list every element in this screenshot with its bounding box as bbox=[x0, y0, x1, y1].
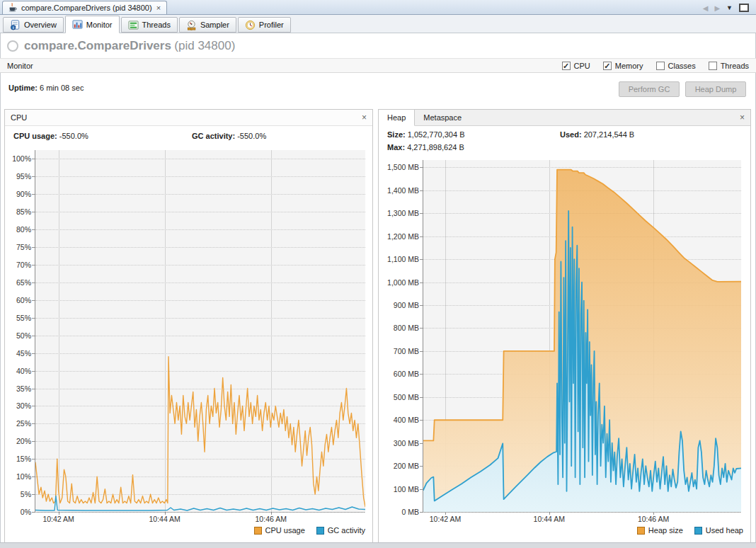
view-toolbar: iOverviewMonitorThreadsSamplerProfiler bbox=[0, 15, 756, 33]
tab-monitor[interactable]: Monitor bbox=[65, 16, 120, 33]
legend-chip bbox=[316, 527, 324, 535]
heap-panel-header: HeapMetaspace × bbox=[379, 110, 750, 126]
checkbox-cpu[interactable]: ✓CPU bbox=[562, 62, 590, 70]
y-axis-label: 400 MB bbox=[381, 416, 419, 424]
y-tick bbox=[32, 194, 35, 195]
y-tick bbox=[420, 282, 423, 283]
heap-max-stat: Max: 4,271,898,624 B bbox=[387, 143, 464, 152]
cpu-panel-title: CPU bbox=[11, 113, 27, 122]
charts-area: CPU × CPU usage: -550.0% GC activity: -5… bbox=[0, 109, 756, 548]
threads-icon bbox=[128, 20, 139, 30]
monitor-section-bar: Monitor ✓CPU✓MemoryClassesThreads bbox=[0, 58, 756, 73]
y-tick bbox=[420, 397, 423, 398]
view-toggles: ✓CPU✓MemoryClassesThreads bbox=[562, 62, 749, 70]
x-axis-label: 10:46 AM bbox=[638, 515, 669, 523]
y-axis-label: 35% bbox=[7, 384, 31, 393]
gridline bbox=[35, 512, 365, 513]
status-row: Uptime: 6 min 08 sec Perform GCHeap Dump bbox=[0, 73, 756, 109]
tab-sampler[interactable]: Sampler bbox=[179, 17, 236, 33]
y-axis-label: 70% bbox=[7, 261, 31, 269]
window-bottom-strip bbox=[0, 542, 756, 548]
perform-gc-button[interactable]: Perform GC bbox=[619, 81, 680, 97]
checkbox-label: CPU bbox=[574, 62, 590, 70]
document-tab-bar: compare.CompareDrivers (pid 34800) × ◀ ▶… bbox=[0, 0, 756, 15]
tab-list-dropdown-icon[interactable]: ▼ bbox=[726, 4, 733, 11]
checkbox-classes[interactable]: Classes bbox=[656, 62, 696, 70]
heap-plot-area: 0 MB100 MB200 MB300 MB400 MB500 MB600 MB… bbox=[423, 160, 741, 513]
heap-panel-close-icon[interactable]: × bbox=[740, 113, 745, 122]
heap-panel: HeapMetaspace × Size: 1,052,770,304 B Ma… bbox=[378, 109, 751, 543]
tab-heap[interactable]: Heap bbox=[379, 110, 415, 126]
tab-profiler[interactable]: Profiler bbox=[238, 17, 291, 33]
y-tick bbox=[32, 423, 35, 424]
application-window: compare.CompareDrivers (pid 34800) × ◀ ▶… bbox=[0, 0, 756, 548]
tab-overview[interactable]: iOverview bbox=[3, 17, 64, 33]
page-title-pid: (pid 34800) bbox=[174, 39, 235, 52]
y-tick bbox=[32, 336, 35, 336]
cpu-panel-close-icon[interactable]: × bbox=[362, 113, 367, 122]
legend-label: Heap size bbox=[648, 526, 683, 535]
sampler-icon bbox=[186, 20, 197, 30]
y-tick bbox=[420, 512, 423, 513]
y-tick bbox=[420, 328, 423, 329]
cpu-usage-stat: CPU usage: -550.0% bbox=[13, 132, 88, 140]
y-tick bbox=[32, 389, 35, 389]
cpu-plot-area: 0%5%10%15%20%25%30%35%40%45%50%55%60%65%… bbox=[35, 150, 365, 513]
y-tick bbox=[420, 351, 423, 352]
checkbox-memory[interactable]: ✓Memory bbox=[603, 62, 643, 70]
y-tick bbox=[32, 300, 35, 301]
y-axis-label: 100 MB bbox=[381, 485, 419, 493]
y-tick bbox=[32, 247, 35, 248]
checkbox-label: Threads bbox=[721, 62, 749, 70]
heap-used-stat: Used: 207,214,544 B bbox=[560, 130, 634, 139]
y-axis-label: 30% bbox=[7, 401, 31, 410]
page-title: compare.CompareDrivers bbox=[24, 39, 171, 52]
y-tick bbox=[420, 443, 423, 444]
y-axis-label: 0% bbox=[7, 508, 31, 516]
checkbox-icon[interactable] bbox=[656, 62, 665, 70]
y-tick bbox=[32, 441, 35, 442]
y-axis-label: 600 MB bbox=[381, 370, 419, 378]
checkbox-icon[interactable] bbox=[709, 62, 717, 70]
action-buttons: Perform GCHeap Dump bbox=[619, 81, 746, 97]
legend-item-gc-activity: GC activity bbox=[316, 526, 365, 535]
legend-label: GC activity bbox=[328, 526, 365, 535]
y-tick bbox=[32, 159, 35, 159]
legend-item-heap-size: Heap size bbox=[637, 526, 683, 535]
tab-metaspace[interactable]: Metaspace bbox=[415, 110, 470, 125]
heap-chart: 0 MB100 MB200 MB300 MB400 MB500 MB600 MB… bbox=[379, 157, 750, 513]
checkbox-threads[interactable]: Threads bbox=[709, 62, 749, 70]
y-tick bbox=[32, 476, 35, 477]
uptime-value: 6 min 08 sec bbox=[40, 84, 84, 92]
cpu-panel-header: CPU × bbox=[5, 110, 372, 126]
tab-close-icon[interactable]: × bbox=[156, 4, 161, 12]
heap-size-stat: Size: 1,052,770,304 B bbox=[387, 130, 465, 139]
y-tick bbox=[420, 167, 423, 168]
x-axis-label: 10:46 AM bbox=[256, 515, 287, 523]
y-tick bbox=[420, 190, 423, 191]
y-axis-label: 0 MB bbox=[381, 508, 419, 516]
y-axis-label: 800 MB bbox=[381, 324, 419, 332]
checkbox-label: Classes bbox=[668, 62, 696, 70]
y-tick bbox=[32, 282, 35, 283]
y-tick bbox=[32, 265, 35, 266]
checkbox-icon[interactable]: ✓ bbox=[562, 62, 571, 70]
monitor-icon bbox=[72, 19, 83, 30]
y-tick bbox=[32, 512, 35, 513]
maximize-icon[interactable] bbox=[739, 4, 749, 12]
heap-dump-button[interactable]: Heap Dump bbox=[685, 81, 746, 97]
cpu-legend: CPU usageGC activity bbox=[5, 524, 372, 537]
scroll-right-icon[interactable]: ▶ bbox=[714, 4, 720, 12]
y-tick bbox=[420, 213, 423, 214]
document-tab[interactable]: compare.CompareDrivers (pid 34800) × bbox=[2, 1, 167, 14]
y-axis-label: 100% bbox=[7, 154, 31, 163]
scroll-left-icon[interactable]: ◀ bbox=[703, 4, 709, 12]
y-tick bbox=[32, 318, 35, 319]
legend-label: Used heap bbox=[706, 526, 743, 535]
y-tick bbox=[32, 212, 35, 212]
tab-threads[interactable]: Threads bbox=[121, 17, 178, 33]
legend-chip bbox=[694, 527, 702, 535]
tab-label: Overview bbox=[24, 21, 57, 29]
checkbox-icon[interactable]: ✓ bbox=[603, 62, 612, 70]
legend-item-cpu-usage: CPU usage bbox=[254, 526, 305, 535]
